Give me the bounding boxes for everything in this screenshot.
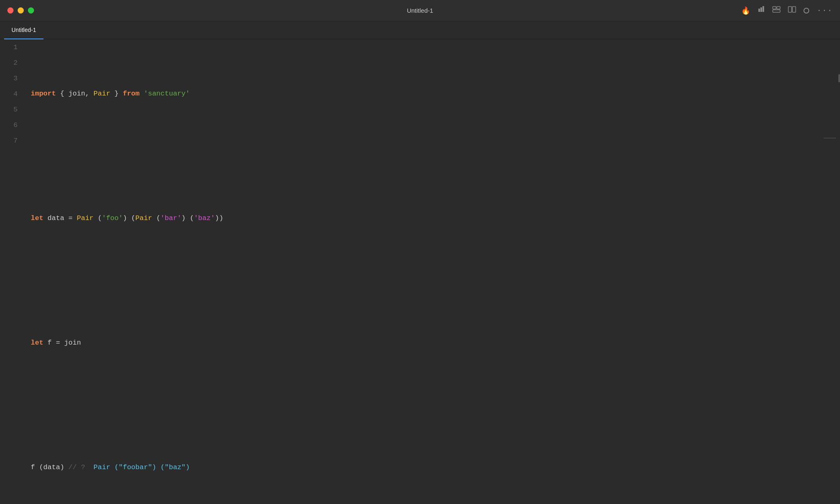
token-paren-4: ) (: [181, 211, 194, 226]
split-icon[interactable]: [788, 6, 796, 15]
token-result: Pair ("foobar") ("baz"): [89, 460, 190, 475]
gutter-line-3: 3: [0, 70, 18, 86]
token-Pair-2: Pair: [77, 211, 94, 226]
gutter: 1 2 3 4 5 6 7: [0, 39, 23, 504]
gutter-line-4: 4: [0, 86, 18, 102]
line-number-4: 4: [5, 90, 18, 98]
code-line-4: [31, 273, 840, 288]
line-number-3: 3: [5, 75, 18, 82]
gutter-line-5: 5: [0, 102, 18, 117]
svg-rect-6: [788, 7, 792, 12]
svg-rect-0: [758, 9, 760, 12]
token-paren-5: )): [215, 211, 223, 226]
code-line-6: [31, 397, 840, 413]
token-paren-2: ) (: [123, 211, 135, 226]
token-space: [139, 86, 144, 102]
line-number-1: 1: [5, 43, 18, 51]
tab-bar: Untitled-1: [0, 21, 840, 39]
token-Pair-1: Pair: [94, 86, 110, 102]
token-comment: // ?: [68, 460, 89, 475]
record-icon[interactable]: [803, 8, 809, 14]
line-number-6: 6: [5, 121, 18, 129]
gutter-line-2: 2: [0, 55, 18, 70]
line-number-5: 5: [5, 106, 18, 114]
svg-rect-1: [760, 7, 762, 12]
token-let-2: let: [31, 335, 43, 351]
scrollbar[interactable]: [838, 39, 840, 504]
token-f-assign: f = join: [43, 335, 81, 351]
token-from: from: [123, 86, 139, 102]
more-options-icon[interactable]: ···: [817, 6, 833, 15]
token-import: import: [31, 86, 56, 102]
token-bar: 'bar': [160, 211, 181, 226]
traffic-lights: [7, 7, 34, 14]
window-title: Untitled-1: [407, 7, 433, 14]
line-number-7: 7: [5, 137, 18, 145]
minimize-button[interactable]: [18, 7, 24, 14]
token-paren-3: (: [152, 211, 160, 226]
token-f-call: f (data): [31, 460, 68, 475]
gutter-line-7: 7: [0, 133, 18, 148]
editor[interactable]: 1 2 3 4 5 6 7 import {: [0, 39, 840, 504]
code-line-3: let data = Pair ('foo') (Pair ('bar') ('…: [31, 211, 840, 226]
token-Pair-3: Pair: [135, 211, 152, 226]
scrollbar-thumb[interactable]: [838, 74, 840, 82]
layout-icon[interactable]: [772, 6, 781, 15]
code-line-7: f (data) // ? Pair ("foobar") ("baz"): [31, 460, 840, 475]
token-punc-2: }: [110, 86, 123, 102]
gutter-line-6: 6: [0, 117, 18, 133]
tab-label: Untitled-1: [11, 27, 36, 33]
line-number-2: 2: [5, 59, 18, 67]
code-line-2: [31, 148, 840, 164]
token-let-1: let: [31, 211, 43, 226]
svg-rect-4: [777, 7, 780, 9]
minimap-line: [824, 138, 836, 138]
token-punc-1: { join,: [56, 86, 94, 102]
svg-rect-7: [792, 7, 796, 12]
title-bar: Untitled-1 🔥: [0, 0, 840, 21]
code-line-5: let f = join: [31, 335, 840, 351]
token-paren-1: (: [94, 211, 102, 226]
close-button[interactable]: [7, 7, 14, 14]
svg-rect-5: [773, 10, 780, 12]
token-data-assign: data =: [43, 211, 77, 226]
code-line-1: import { join, Pair } from 'sanctuary': [31, 86, 840, 102]
title-bar-actions: 🔥 ···: [741, 6, 833, 15]
flame-icon[interactable]: 🔥: [741, 6, 750, 15]
svg-rect-3: [773, 7, 776, 9]
svg-rect-2: [762, 6, 764, 12]
broadcast-icon[interactable]: [758, 6, 765, 15]
token-string-sanctuary: 'sanctuary': [144, 86, 189, 102]
token-baz: 'baz': [194, 211, 215, 226]
gutter-line-1: 1: [0, 39, 18, 55]
code-editor[interactable]: import { join, Pair } from 'sanctuary' l…: [23, 39, 840, 504]
token-foo: 'foo': [102, 211, 123, 226]
maximize-button[interactable]: [28, 7, 34, 14]
tab-untitled-1[interactable]: Untitled-1: [4, 21, 43, 39]
